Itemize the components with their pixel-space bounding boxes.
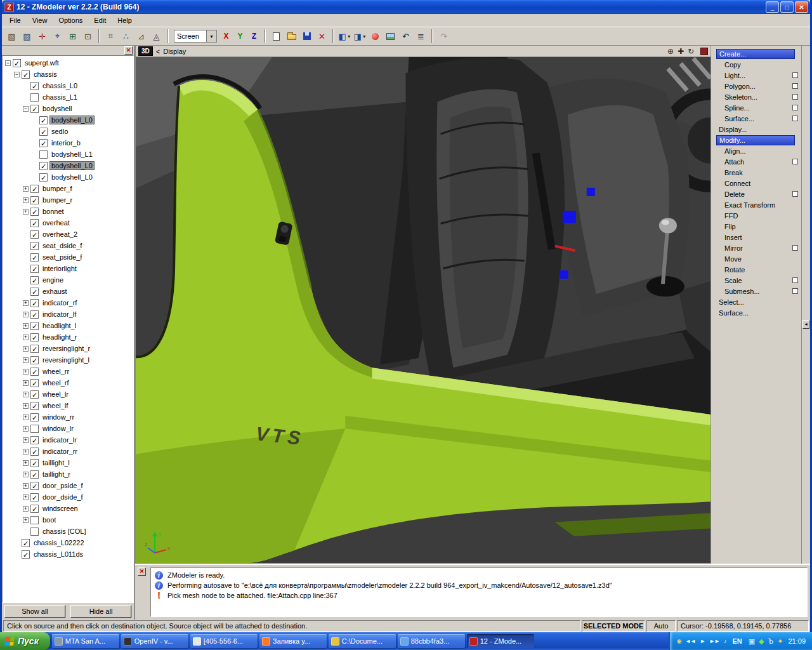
expand-icon[interactable]: +	[23, 335, 29, 340]
visibility-checkbox[interactable]: ✓	[30, 368, 39, 376]
language-indicator[interactable]: EN	[730, 637, 743, 646]
tree-item-interiorlight[interactable]: ✓interiorlight	[3, 263, 133, 274]
tree-item-bumper-r[interactable]: +✓bumper_r	[3, 194, 133, 206]
command-flip[interactable]: Flip	[714, 221, 800, 232]
task-mta-san-a[interactable]: MTA San A...	[52, 634, 119, 648]
combo-dropdown-icon[interactable]: ▼	[206, 30, 216, 42]
viewport-canvas[interactable]: VTS y x z	[136, 57, 710, 563]
menu-view[interactable]: View	[27, 15, 53, 25]
command-checkbox[interactable]	[792, 94, 798, 100]
tree-panel-close-icon[interactable]: ✕	[124, 46, 133, 55]
tree-item-door-pside-f[interactable]: +✓door_pside_f	[3, 480, 133, 491]
manipulator-button[interactable]: ✛	[35, 29, 49, 43]
visibility-checkbox[interactable]: ✓	[39, 173, 48, 182]
expand-icon[interactable]: +	[23, 312, 29, 317]
expand-icon[interactable]: +	[23, 357, 29, 363]
snap-vertex-button[interactable]: ∴	[119, 29, 133, 43]
tree-item-seat-pside-f[interactable]: ✓seat_pside_f	[3, 251, 133, 263]
visibility-checkbox[interactable]	[39, 150, 48, 159]
axis-y-button[interactable]: Y	[233, 30, 247, 43]
expand-icon[interactable]: +	[23, 323, 29, 329]
view-options-button[interactable]: ◨▼	[353, 29, 367, 43]
menu-options[interactable]: Options	[53, 15, 88, 25]
tree-item-bodyshell-l0[interactable]: ✓bodyshell_L0	[3, 114, 133, 126]
visibility-checkbox[interactable]: ✓	[30, 436, 39, 444]
command-mirror[interactable]: Mirror	[714, 242, 800, 253]
command-light[interactable]: Light...	[714, 70, 800, 81]
tree-item-indicator-rf[interactable]: +✓indicator_rf	[3, 297, 133, 308]
tree-item-window-rr[interactable]: +✓window_rr	[3, 411, 133, 423]
expand-icon[interactable]: +	[23, 186, 29, 192]
expand-icon[interactable]: +	[23, 494, 29, 500]
visibility-checkbox[interactable]: ✓	[30, 379, 39, 387]
tray-icon-1[interactable]: ▣	[749, 638, 754, 645]
expand-icon[interactable]: +	[23, 197, 29, 203]
expand-icon[interactable]: +	[23, 392, 29, 397]
task-openiv-v[interactable]: OpenIV - v...	[121, 634, 188, 648]
expand-icon[interactable]: +	[23, 346, 29, 352]
visibility-checkbox[interactable]: ✓	[30, 230, 39, 239]
visibility-checkbox[interactable]: ✓	[30, 505, 39, 513]
visibility-checkbox[interactable]: ✓	[30, 242, 39, 250]
start-button[interactable]: Пуск	[0, 632, 50, 650]
tree-item-overheat-2[interactable]: ✓overheat_2	[3, 229, 133, 240]
visibility-checkbox[interactable]: ✓	[30, 82, 39, 90]
tree-item-bodyshell-l0[interactable]: ✓bodyshell_L0	[3, 160, 133, 171]
command-checkbox[interactable]	[792, 288, 798, 294]
volume-icon[interactable]: ♪	[724, 639, 726, 644]
pan-icon[interactable]: ✚	[676, 46, 686, 56]
maximize-button[interactable]: □	[780, 1, 794, 13]
expand-icon[interactable]: +	[23, 369, 29, 375]
expand-icon[interactable]: +	[23, 506, 29, 512]
command-checkbox[interactable]	[792, 72, 798, 78]
save-file-button[interactable]	[299, 29, 314, 43]
axis-x-button[interactable]: X	[219, 30, 233, 43]
visibility-checkbox[interactable]: ✓	[30, 459, 39, 467]
tree-item-seat-dside-f[interactable]: ✓seat_dside_f	[3, 240, 133, 251]
visibility-checkbox[interactable]: ✓	[30, 356, 39, 364]
visibility-checkbox[interactable]: ✓	[13, 59, 21, 67]
visibility-checkbox[interactable]: ✓	[30, 413, 39, 421]
visibility-checkbox[interactable]: ✓	[30, 196, 39, 204]
visibility-checkbox[interactable]: ✓	[39, 139, 48, 147]
visibility-checkbox[interactable]: ✓	[22, 70, 30, 79]
visibility-checkbox[interactable]: ✓	[30, 185, 39, 193]
visibility-checkbox[interactable]: ✓	[30, 265, 39, 273]
tree-item-door-dside-f[interactable]: +✓door_dside_f	[3, 491, 133, 503]
command-spline[interactable]: Spline...	[714, 102, 800, 113]
tree-item-headlight-l[interactable]: +✓headlight_l	[3, 320, 133, 331]
tree-item-bumper-f[interactable]: +✓bumper_f	[3, 183, 133, 194]
command-copy[interactable]: Copy	[714, 59, 800, 70]
visibility-checkbox[interactable]: ✓	[30, 482, 39, 490]
minimize-button[interactable]: _	[766, 1, 779, 13]
dropdown-arrow-icon[interactable]: ▼	[362, 34, 367, 39]
render-mode-button[interactable]: ◧▼	[337, 29, 352, 43]
media-next-icon[interactable]: ►►	[709, 639, 719, 644]
menu-edit[interactable]: Edit	[88, 15, 112, 25]
visibility-checkbox[interactable]: ✓	[39, 116, 48, 124]
task-c-docume[interactable]: C:\Docume...	[329, 634, 396, 648]
tree-item-overheat[interactable]: ✓overheat	[3, 217, 133, 229]
show-all-button[interactable]: Show all	[4, 605, 65, 618]
media-play-icon[interactable]: ►	[700, 639, 705, 644]
status-auto[interactable]: Auto	[646, 620, 676, 632]
tree-item-wheel-lr[interactable]: +✓wheel_lr	[3, 388, 133, 400]
expand-icon[interactable]: +	[23, 415, 29, 420]
command-scale[interactable]: Scale	[714, 275, 800, 286]
grid-toggle-button[interactable]: ⊞	[65, 29, 80, 43]
texture-browser-button[interactable]	[383, 29, 398, 43]
scene-tree[interactable]: −✓supergt.wft−✓chassis✓chassis_L0chassis…	[2, 55, 134, 603]
visibility-checkbox[interactable]: ✓	[22, 550, 30, 559]
visibility-checkbox[interactable]: ✓	[30, 208, 39, 216]
command-checkbox[interactable]	[792, 245, 798, 251]
visibility-checkbox[interactable]	[30, 516, 39, 524]
tree-item-indicator-lf[interactable]: +✓indicator_lf	[3, 308, 133, 320]
command-surface[interactable]: Surface...	[714, 113, 800, 124]
tree-item-bonnet[interactable]: +✓bonnet	[3, 206, 133, 217]
notes-button[interactable]: ≣	[414, 29, 428, 43]
delete-button[interactable]: ✕	[315, 29, 329, 43]
view-mode-combo[interactable]: Screen▼	[174, 30, 217, 43]
command-delete[interactable]: Delete	[714, 189, 800, 199]
task-[interactable]: Заливка у...	[259, 634, 327, 648]
visibility-checkbox[interactable]: ✓	[30, 299, 39, 307]
